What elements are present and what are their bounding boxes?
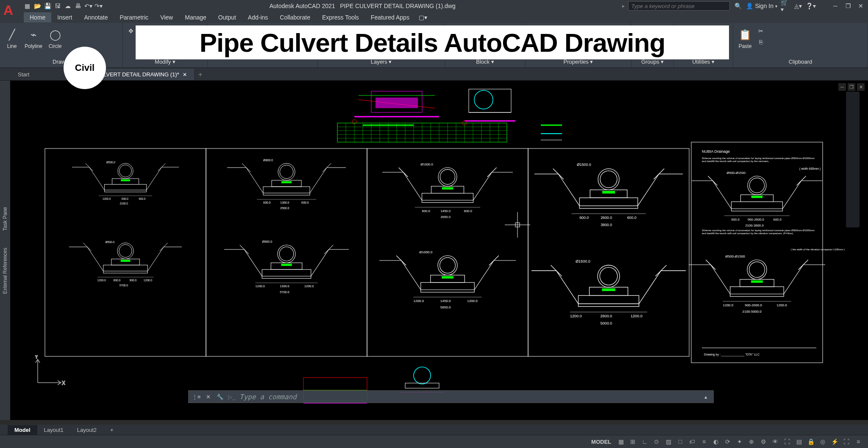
cmd-up-icon[interactable]: ▴ [701,392,710,401]
move-icon[interactable]: ✥ [126,26,136,36]
restore-icon[interactable]: ❐ [843,1,853,11]
panel-title-clipboard[interactable]: Clipboard [737,58,864,66]
status-dynamic-icon[interactable]: ⊕ [746,437,757,447]
plot-icon[interactable]: 🖶 [74,2,82,10]
chevron-down-icon: ▾ [775,4,777,8]
cut-icon[interactable]: ✂ [756,26,765,36]
tab-close-icon[interactable]: ✕ [183,72,187,78]
status-units-icon[interactable]: ⛶ [782,437,793,447]
sign-in-button[interactable]: 👤 Sign In ▾ [746,3,777,9]
status-annotation-icon[interactable]: 🏷 [687,437,698,447]
close-icon[interactable]: ✕ [856,1,865,11]
paste-tool[interactable]: 📋Paste [737,26,754,51]
status-annotmonitor-icon[interactable]: 👁 [770,437,781,447]
line-tool[interactable]: ╱Line [3,26,20,51]
circle-icon: ◯ [48,28,62,42]
vp-maximize-icon[interactable]: ❐ [848,83,855,91]
menu-featured[interactable]: Featured Apps [365,12,415,22]
saveas-icon[interactable]: 🖫 [53,2,62,10]
cmd-close-icon[interactable]: ✕ [204,392,212,401]
search-go-icon[interactable]: 🔍 [733,1,743,11]
svg-text:900-2600.0: 900-2600.0 [748,218,764,221]
drawing-canvas[interactable]: ─ ❐ ✕ [10,81,868,420]
status-ortho-icon[interactable]: ∟ [639,437,650,447]
cmd-customize-icon[interactable]: 🔧 [216,392,224,401]
cmd-recent-icon[interactable]: ⋮≡ [192,392,200,401]
vp-close-icon[interactable]: ✕ [857,83,865,91]
cart-icon[interactable]: 🛒▾ [781,1,790,11]
ucs-icon[interactable]: YX [31,355,65,390]
redo-icon[interactable]: ↷▾ [94,2,103,10]
copy-icon[interactable]: ⎘ [756,37,765,47]
status-quickprops-icon[interactable]: ▤ [793,437,804,447]
svg-text:1200.0: 1200.0 [256,284,265,288]
svg-text:2500.0: 2500.0 [280,207,289,210]
status-osnap-icon[interactable]: □ [675,437,686,447]
layout-tab-add[interactable]: + [103,425,120,435]
layout-tabs: Model Layout1 Layout2 + [0,425,868,435]
line-icon: ╱ [5,28,19,42]
status-snap-icon[interactable]: ⊞ [627,437,638,447]
status-isolate-icon[interactable]: ◎ [817,437,828,447]
layout-tab-layout1[interactable]: Layout1 [37,425,70,435]
svg-text:2100-5000.0: 2100-5000.0 [743,310,762,314]
search-input[interactable] [628,1,730,11]
menu-manage[interactable]: Manage [179,12,212,22]
menu-parametric[interactable]: Parametric [114,12,154,22]
new-icon[interactable]: ▦ [23,2,31,10]
status-3dosnap-icon[interactable]: ✦ [734,437,745,447]
svg-text:2100-3800.0: 2100-3800.0 [746,224,764,227]
minimize-icon[interactable]: ─ [831,1,840,11]
svg-point-114 [414,367,431,384]
save-icon[interactable]: 💾 [43,2,52,10]
left-side-panel-tabs: Task Pane External References [0,81,10,420]
svg-text:1200.0: 1200.0 [97,279,106,282]
open-icon[interactable]: 📂 [33,2,42,10]
menu-express[interactable]: Express Tools [316,12,365,22]
menu-collaborate[interactable]: Collaborate [274,12,316,22]
svg-text:600.0: 600.0 [627,216,637,220]
cloud-open-icon[interactable]: ☁ [64,2,72,10]
app-logo-autocad[interactable]: A [3,3,20,20]
polyline-tool[interactable]: ⌁Polyline [23,26,44,51]
ribbon-panel-clipboard: 📋Paste ✂ ⎘ Clipboard [733,23,868,67]
new-tab-button[interactable]: + [195,69,206,80]
menu-view[interactable]: View [154,12,179,22]
status-model[interactable]: MODEL [588,437,615,447]
menu-addins[interactable]: Add-ins [242,12,274,22]
status-isodraft-icon[interactable]: ▨ [663,437,674,447]
status-hardware-icon[interactable]: ⚡ [829,437,840,447]
external-references-tab[interactable]: External References [2,248,8,294]
status-transparency-icon[interactable]: ◐ [710,437,721,447]
status-cycling-icon[interactable]: ⟳ [722,437,733,447]
svg-text:Ø500-Ø1500: Ø500-Ø1500 [727,171,746,175]
status-cleanscreen-icon[interactable]: ⛶ [841,437,852,447]
status-lock-icon[interactable]: 🔒 [805,437,816,447]
svg-text:3800.0: 3800.0 [601,223,612,227]
status-polar-icon[interactable]: ⊙ [651,437,662,447]
svg-text:2650.0: 2650.0 [441,215,451,219]
menu-insert[interactable]: Insert [51,12,78,22]
command-input[interactable]: Type a command [239,393,698,401]
circle-tool[interactable]: ◯Circle [47,26,64,51]
panel-title-annotation[interactable] [211,64,314,66]
status-lineweight-icon[interactable]: ≡ [698,437,709,447]
vp-minimize-icon[interactable]: ─ [838,83,846,91]
status-grid-icon[interactable]: ▦ [615,437,626,447]
app-exchange-icon[interactable]: ◬▾ [793,1,803,11]
status-workspace-icon[interactable]: ⚙ [758,437,769,447]
layout-tab-layout2[interactable]: Layout2 [70,425,103,435]
window-title: Autodesk AutoCAD 2021 PIPE CULVERT DETAI… [103,3,622,9]
menu-annotate[interactable]: Annotate [78,12,114,22]
layout-tab-model[interactable]: Model [8,425,37,435]
svg-rect-41 [367,148,528,356]
menu-home[interactable]: Home [24,12,51,22]
help-icon[interactable]: ❔▾ [806,1,815,11]
undo-icon[interactable]: ↶▾ [84,2,92,10]
task-pane-tab[interactable]: Task Pane [2,207,8,231]
menu-overflow-icon[interactable]: ▢▾ [415,12,431,22]
menu-output[interactable]: Output [212,12,242,22]
status-customize-icon[interactable]: ≡ [853,437,864,447]
svg-text:600.0: 600.0 [579,216,589,220]
command-line[interactable]: ⋮≡ ✕ 🔧 ▷_ Type a command ▴ [188,390,714,403]
